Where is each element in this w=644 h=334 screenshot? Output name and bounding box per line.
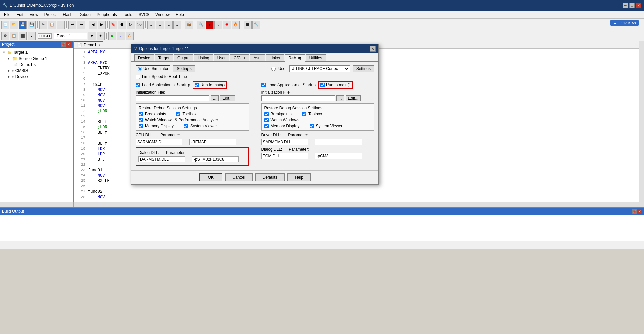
menu-window[interactable]: Window: [153, 12, 172, 18]
right-toolbox-checkbox[interactable]: [302, 112, 306, 116]
build-close-button[interactable]: ✕: [637, 209, 642, 214]
tab-user[interactable]: User: [214, 54, 229, 61]
right-dialog-dll-input[interactable]: [261, 153, 308, 159]
menu-help[interactable]: Help: [173, 12, 187, 18]
align2-button[interactable]: ≡: [156, 21, 164, 29]
align3-button[interactable]: ≡: [165, 21, 173, 29]
left-load-app-checkbox[interactable]: [136, 83, 140, 87]
run-button[interactable]: ▷▷: [136, 21, 144, 29]
tab-debug[interactable]: Debug: [285, 54, 305, 62]
defaults-button[interactable]: Defaults: [255, 173, 285, 181]
left-dialog-dll-input[interactable]: [138, 156, 185, 162]
package-button[interactable]: 📦: [185, 21, 193, 29]
forward-button[interactable]: ▶: [98, 21, 106, 29]
left-init-browse-button[interactable]: ...: [211, 95, 219, 101]
left-system-viewer-checkbox[interactable]: [184, 124, 188, 128]
right-driver-dll-input[interactable]: [261, 139, 308, 145]
tab-utilities[interactable]: Utilities: [306, 54, 326, 61]
copy-button[interactable]: 📋: [48, 21, 56, 29]
right-watch-windows-checkbox[interactable]: [264, 118, 269, 122]
menu-view[interactable]: View: [27, 12, 41, 18]
open-button[interactable]: 📂: [10, 21, 18, 29]
bookmark-button[interactable]: 🔖: [109, 21, 117, 29]
menu-project[interactable]: Project: [42, 12, 59, 18]
right-memory-display-checkbox[interactable]: [264, 124, 269, 128]
cut-button[interactable]: ✂: [39, 21, 47, 29]
build-pin-button[interactable]: 📌: [632, 209, 637, 214]
target-dropdown-arrow[interactable]: ▼: [88, 32, 96, 40]
view-select-button[interactable]: ▦: [244, 21, 252, 29]
left-cpu-dll-param-input[interactable]: [189, 139, 236, 145]
right-breakpoints-checkbox[interactable]: [264, 112, 269, 116]
menu-debug[interactable]: Debug: [76, 12, 93, 18]
menu-flash[interactable]: Flash: [60, 12, 75, 18]
tb2-load-btn[interactable]: ⤓: [117, 32, 125, 40]
settings-wrench-button[interactable]: 🔧: [252, 21, 260, 29]
right-init-edit-button[interactable]: Edit...: [346, 95, 361, 101]
tb2-run-btn[interactable]: ▶: [108, 32, 116, 40]
menu-edit[interactable]: Edit: [14, 12, 26, 18]
tab-target[interactable]: Target: [155, 54, 173, 61]
editor-tab-demo1s[interactable]: 📄 Demo1.s: [74, 41, 103, 48]
breakpoint-button[interactable]: ⬟: [118, 21, 126, 29]
close-button[interactable]: ✕: [636, 3, 641, 8]
menu-svcs[interactable]: SVCS: [136, 12, 152, 18]
device-settings-button[interactable]: Settings: [353, 65, 374, 72]
tb2-btn5[interactable]: ✦: [97, 32, 105, 40]
tab-output[interactable]: Output: [174, 54, 193, 61]
right-dialog-dll-param-input[interactable]: [315, 153, 362, 159]
tb2-btn1[interactable]: ⚙: [1, 32, 9, 40]
left-dialog-dll-param-input[interactable]: [192, 156, 239, 162]
right-init-browse-button[interactable]: ...: [336, 95, 344, 101]
panel-close-button[interactable]: ✕: [66, 42, 71, 47]
options-dialog[interactable]: V Options for Target 'Target 1' ✕ Device…: [131, 44, 379, 185]
tb2-btn3[interactable]: ⬛: [19, 32, 27, 40]
debug4-btn[interactable]: 🔥: [232, 21, 240, 29]
tree-item-source-group[interactable]: ▼ 📁 Source Group 1: [0, 55, 73, 62]
ok-button[interactable]: OK: [199, 173, 222, 181]
save-button[interactable]: 💾: [19, 21, 27, 29]
tab-cpp[interactable]: C/C++: [230, 54, 249, 61]
horizontal-scrollbar[interactable]: [0, 202, 644, 207]
left-init-file-input[interactable]: [136, 95, 209, 101]
target-dropdown[interactable]: Target 1: [54, 33, 87, 39]
tree-item-device[interactable]: ▶ ♦ Device: [0, 74, 73, 80]
menu-file[interactable]: File: [1, 12, 13, 18]
find-button[interactable]: 🔍: [197, 21, 205, 29]
save-all-button[interactable]: 💾: [28, 21, 36, 29]
simulator-settings-button[interactable]: Settings: [173, 65, 195, 72]
logo-button[interactable]: L: [57, 21, 65, 29]
dialog-close-button[interactable]: ✕: [370, 46, 376, 52]
panel-pin-button[interactable]: 📌: [61, 42, 66, 47]
left-init-edit-button[interactable]: Edit...: [220, 95, 235, 101]
tb2-btn4[interactable]: ▪: [28, 32, 36, 40]
undo-button[interactable]: ↩: [68, 21, 76, 29]
right-run-to-main-checkbox[interactable]: [320, 83, 325, 87]
debug2-btn[interactable]: ○: [214, 21, 222, 29]
tb2-btn2[interactable]: 📋: [10, 32, 18, 40]
left-toolbox-checkbox[interactable]: [176, 112, 180, 116]
align4-button[interactable]: ≡: [173, 21, 181, 29]
title-bar-controls[interactable]: ─ □ ✕: [623, 3, 641, 8]
left-memory-display-checkbox[interactable]: [139, 124, 143, 128]
tab-asm[interactable]: Asm: [250, 54, 265, 61]
left-watch-windows-checkbox[interactable]: [139, 118, 143, 122]
use-device-radio[interactable]: [271, 67, 276, 71]
limit-speed-checkbox[interactable]: [136, 75, 140, 79]
align-button[interactable]: ≡: [147, 21, 155, 29]
tab-linker[interactable]: Linker: [266, 54, 284, 61]
new-file-button[interactable]: 📄: [1, 21, 9, 29]
maximize-button[interactable]: □: [629, 3, 635, 8]
help-button[interactable]: Help: [287, 173, 311, 181]
step-button[interactable]: ▷: [127, 21, 135, 29]
right-load-app-checkbox[interactable]: [261, 83, 266, 87]
redo-button[interactable]: ↪: [77, 21, 85, 29]
minimize-button[interactable]: ─: [623, 3, 628, 8]
right-init-file-input[interactable]: [261, 95, 335, 101]
right-system-viewer-checkbox[interactable]: [310, 124, 314, 128]
tab-listing[interactable]: Listing: [194, 54, 213, 61]
right-scrollbar[interactable]: [639, 41, 644, 202]
use-simulator-radio[interactable]: [138, 67, 142, 71]
tree-item-target[interactable]: ▼ 🖥 Target 1: [0, 49, 73, 55]
tree-item-demo1s[interactable]: 📄 Demo1.s: [0, 62, 73, 68]
